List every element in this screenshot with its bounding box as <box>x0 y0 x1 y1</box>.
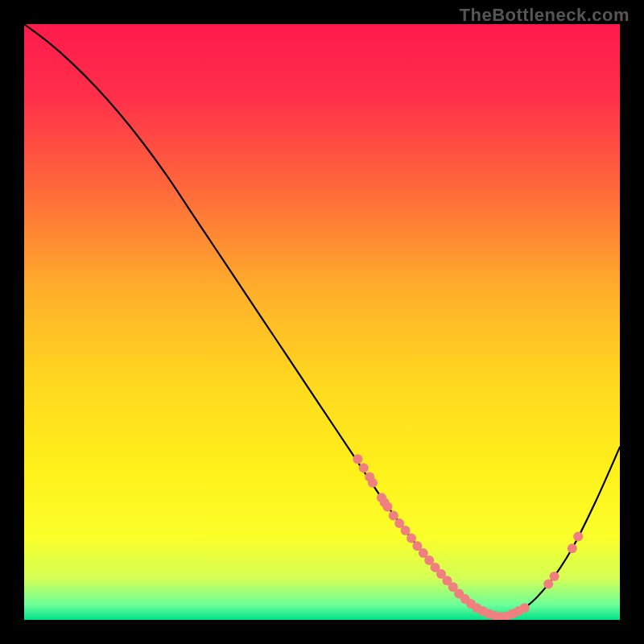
sample-dot <box>568 543 577 553</box>
sample-dot <box>407 534 416 543</box>
sample-dot <box>401 526 411 535</box>
chart-svg <box>24 24 620 620</box>
sample-dot <box>368 478 378 488</box>
sample-dot <box>353 454 362 464</box>
sample-dot <box>550 572 559 581</box>
sample-dot <box>359 463 369 473</box>
sample-dot <box>389 511 398 521</box>
sample-dot <box>543 580 553 589</box>
chart-background <box>24 24 620 620</box>
sample-dot <box>520 603 530 613</box>
plot-area <box>24 24 620 620</box>
sample-dot <box>573 531 583 541</box>
sample-dot <box>382 502 392 511</box>
watermark-text: TheBottleneck.com <box>460 5 630 26</box>
chart-frame: TheBottleneck.com <box>0 0 644 644</box>
